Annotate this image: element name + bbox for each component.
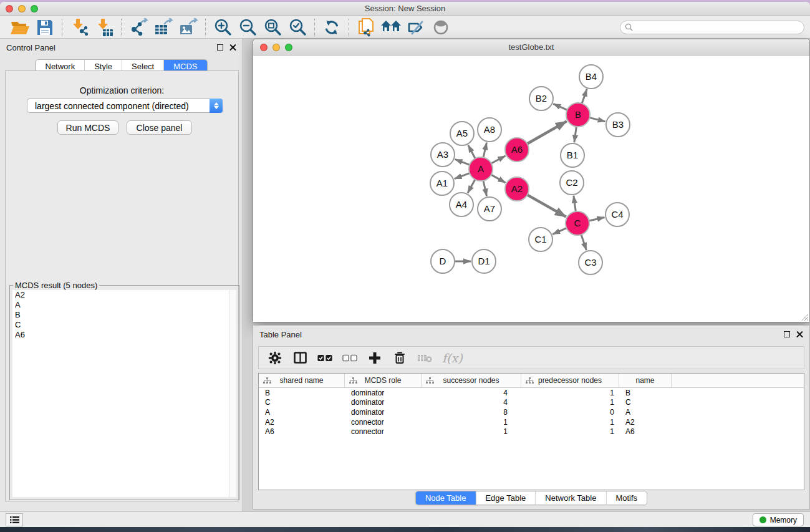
table-row[interactable]: Bdominator41B bbox=[259, 388, 804, 398]
column-header-shared-name[interactable]: shared name bbox=[259, 374, 345, 387]
edge-C-C3[interactable] bbox=[581, 235, 586, 250]
result-item[interactable]: B bbox=[12, 310, 236, 320]
control-panel-header: Control Panel bbox=[0, 39, 243, 56]
network-from-file-icon[interactable] bbox=[354, 17, 378, 38]
column-header-name[interactable]: name bbox=[619, 374, 672, 387]
edge-B-B2[interactable] bbox=[553, 104, 567, 110]
zoom-fit-icon[interactable] bbox=[260, 17, 285, 38]
task-history-button[interactable] bbox=[6, 513, 23, 526]
main-toolbar bbox=[0, 16, 810, 39]
edge-B-B3[interactable] bbox=[589, 118, 605, 122]
zoom-in-icon[interactable] bbox=[210, 17, 235, 38]
memory-status-icon bbox=[759, 516, 766, 523]
column-header-successor-nodes[interactable]: successor nodes bbox=[422, 374, 521, 387]
status-bar: Memory bbox=[0, 511, 810, 527]
edge-A-A5[interactable] bbox=[468, 145, 475, 159]
edge-A6-B[interactable] bbox=[527, 121, 566, 143]
node-label-B3: B3 bbox=[612, 119, 624, 130]
cell-successor-nodes: 1 bbox=[422, 427, 521, 437]
tab-edge-table[interactable]: Edge Table bbox=[476, 491, 536, 505]
export-network-icon[interactable] bbox=[126, 17, 151, 38]
result-scrollbar[interactable] bbox=[229, 290, 236, 497]
network-canvas[interactable]: B4B2BB3A8A5A6A3B1AA1C2A2A4A7C4CC1DD1C3 bbox=[253, 56, 809, 322]
table-row[interactable]: Cdominator41C bbox=[259, 398, 804, 408]
export-table-icon[interactable] bbox=[151, 17, 176, 38]
edge-A2-C[interactable] bbox=[528, 195, 566, 216]
home-icon[interactable] bbox=[378, 17, 403, 38]
edge-C-C4[interactable] bbox=[589, 217, 605, 220]
network-graph[interactable]: B4B2BB3A8A5A6A3B1AA1C2A2A4A7C4CC1DD1C3 bbox=[253, 56, 809, 322]
table-close-icon[interactable] bbox=[796, 331, 803, 338]
close-panel-button[interactable]: Close panel bbox=[127, 120, 192, 135]
delete-table-icon[interactable] bbox=[417, 351, 432, 365]
run-mcds-button[interactable]: Run MCDS bbox=[57, 120, 118, 135]
cell-MCDS-role: dominator bbox=[345, 407, 422, 417]
edge-A-A8[interactable] bbox=[483, 142, 486, 157]
mcds-result-list[interactable]: A2ABCA6 bbox=[12, 290, 236, 497]
select-all-icon[interactable] bbox=[317, 351, 332, 365]
criterion-value: largest connected component (directed) bbox=[35, 101, 189, 111]
tab-network-table[interactable]: Network Table bbox=[536, 491, 606, 505]
network-window-title: testGlobe.txt bbox=[253, 39, 809, 56]
table-row[interactable]: A2connector11A2 bbox=[259, 417, 804, 427]
resize-grip-icon[interactable] bbox=[801, 313, 809, 321]
import-network-icon[interactable] bbox=[67, 17, 92, 38]
toolbar-separator bbox=[62, 19, 62, 36]
edge-A-A6[interactable] bbox=[491, 156, 506, 163]
tab-node-table[interactable]: Node Table bbox=[416, 491, 476, 505]
edge-A-A2[interactable] bbox=[491, 175, 506, 183]
node-label-B2: B2 bbox=[536, 93, 547, 104]
network-view-window: testGlobe.txt B4B2BB3A8A5A6A3B1AA1C2A2A4… bbox=[253, 39, 810, 322]
add-column-icon[interactable] bbox=[367, 351, 382, 365]
table-row[interactable]: A6connector11A6 bbox=[259, 427, 804, 437]
table-toolbar: f(x) bbox=[258, 346, 804, 369]
open-file-icon[interactable] bbox=[7, 17, 32, 38]
result-item[interactable]: A2 bbox=[12, 290, 236, 300]
zoom-out-icon[interactable] bbox=[235, 17, 260, 38]
tab-motifs[interactable]: Motifs bbox=[606, 491, 647, 505]
table-row[interactable]: Adominator80A bbox=[259, 407, 804, 417]
dropdown-stepper-icon bbox=[210, 99, 223, 113]
gear-icon[interactable] bbox=[268, 351, 282, 365]
toolbar-separator bbox=[349, 19, 349, 36]
result-item[interactable]: A bbox=[12, 300, 236, 310]
shared-column-icon bbox=[349, 377, 357, 384]
search-input[interactable] bbox=[620, 21, 804, 34]
shared-column-icon bbox=[426, 377, 434, 384]
column-header-predecessor-nodes[interactable]: predecessor nodes bbox=[521, 374, 619, 387]
delete-column-icon[interactable] bbox=[392, 351, 407, 365]
result-item[interactable]: A6 bbox=[12, 330, 236, 340]
memory-button[interactable]: Memory bbox=[753, 513, 804, 526]
edge-A-A3[interactable] bbox=[455, 159, 470, 165]
edge-C-C1[interactable] bbox=[552, 228, 566, 235]
control-panel-title: Control Panel bbox=[6, 43, 55, 52]
deselect-all-icon[interactable] bbox=[342, 351, 357, 365]
cell-MCDS-role: dominator bbox=[345, 388, 422, 398]
function-builder-icon[interactable]: f(x) bbox=[442, 351, 463, 365]
column-view-icon[interactable] bbox=[292, 351, 307, 365]
hide-labels-icon[interactable] bbox=[403, 17, 428, 38]
result-item[interactable]: C bbox=[12, 320, 236, 330]
show-graphics-icon[interactable] bbox=[428, 17, 453, 38]
save-session-icon[interactable] bbox=[32, 17, 57, 38]
table-tabs: Node TableEdge TableNetwork TableMotifs bbox=[415, 491, 647, 505]
cell-name: A6 bbox=[619, 427, 672, 437]
zoom-selected-icon[interactable] bbox=[285, 17, 310, 38]
edge-A-A1[interactable] bbox=[455, 173, 470, 179]
edge-B-B1[interactable] bbox=[574, 127, 577, 142]
column-header-MCDS-role[interactable]: MCDS role bbox=[345, 374, 422, 387]
cell-shared-name: B bbox=[259, 388, 345, 398]
edge-A-A4[interactable] bbox=[468, 180, 475, 193]
node-label-D1: D1 bbox=[478, 256, 489, 266]
cell-successor-nodes: 8 bbox=[422, 407, 521, 417]
criterion-dropdown[interactable]: largest connected component (directed) bbox=[27, 99, 223, 113]
refresh-icon[interactable] bbox=[319, 17, 344, 38]
float-panel-icon[interactable] bbox=[217, 44, 223, 51]
export-image-icon[interactable] bbox=[176, 17, 201, 38]
table-float-icon[interactable] bbox=[784, 331, 790, 337]
close-panel-icon[interactable] bbox=[229, 44, 236, 51]
edge-A-A7[interactable] bbox=[483, 181, 486, 196]
edge-C-C2[interactable] bbox=[574, 196, 576, 211]
import-table-icon[interactable] bbox=[92, 17, 117, 38]
edge-B-B4[interactable] bbox=[582, 89, 587, 104]
